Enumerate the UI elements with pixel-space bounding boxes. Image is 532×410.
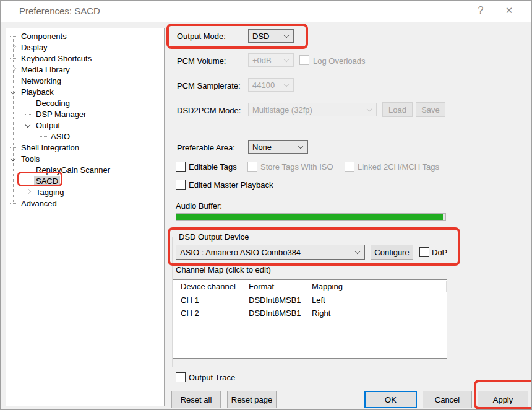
preferences-tree: Components Display Keyboard Shortcuts Me… bbox=[6, 28, 165, 406]
audio-buffer-label: Audio Buffer: bbox=[176, 201, 222, 211]
dsd-output-device-value: ASIO : Amanero ASIO Combo384 bbox=[180, 248, 301, 257]
edited-master-playback-label: Edited Master Playback bbox=[189, 180, 273, 190]
sidebar-item-playback[interactable]: Playback bbox=[6, 86, 164, 97]
sidebar-item-label: ASIO bbox=[49, 131, 72, 142]
sidebar-item-networking[interactable]: Networking bbox=[6, 75, 164, 86]
sidebar-item-label: SACD bbox=[34, 176, 60, 186]
audio-buffer-progressbar bbox=[176, 213, 446, 221]
tree-connector bbox=[9, 53, 19, 64]
sidebar-item-label: Tagging bbox=[34, 187, 66, 198]
load-button: Load bbox=[382, 102, 413, 117]
sidebar-item-label: Shell Integration bbox=[19, 142, 81, 153]
column-header[interactable]: Format bbox=[241, 281, 304, 292]
close-icon[interactable]: ✕ bbox=[496, 1, 523, 20]
output-trace-checkbox[interactable] bbox=[176, 372, 186, 382]
chevron-down-icon[interactable] bbox=[9, 153, 19, 164]
dsd-output-device-select[interactable]: ASIO : Amanero ASIO Combo384 bbox=[176, 245, 365, 260]
tree-connector bbox=[24, 164, 34, 175]
editable-tags-checkbox[interactable] bbox=[176, 162, 186, 172]
sidebar-item-keyboard-shortcuts[interactable]: Keyboard Shortcuts bbox=[6, 53, 164, 64]
tree-connector bbox=[9, 198, 19, 209]
sidebar-item-tools[interactable]: Tools bbox=[6, 153, 164, 164]
column-header[interactable]: Mapping bbox=[304, 281, 447, 292]
output-mode-select[interactable]: DSD bbox=[248, 29, 294, 43]
ok-button[interactable]: OK bbox=[364, 391, 417, 408]
tree-connector bbox=[9, 30, 19, 41]
chevron-down-icon[interactable] bbox=[9, 86, 19, 97]
edited-master-playback-checkbox[interactable] bbox=[176, 180, 186, 190]
column-header[interactable]: Device channel bbox=[173, 281, 241, 292]
chevron-right-icon[interactable] bbox=[24, 186, 34, 198]
sidebar-item-components[interactable]: Components bbox=[6, 30, 164, 41]
pcm-volume-select: +0dB bbox=[248, 53, 294, 67]
linked-tags-label: Linked 2CH/MCH Tags bbox=[358, 162, 439, 172]
dsd2pcm-mode-value: Multistage (32fp) bbox=[252, 105, 312, 115]
sidebar-item-tagging[interactable]: Tagging bbox=[6, 186, 164, 198]
editable-tags-label: Editable Tags bbox=[189, 162, 237, 172]
sidebar-item-label: Tools bbox=[19, 154, 41, 164]
chevron-right-icon[interactable] bbox=[9, 64, 19, 75]
sidebar-item-output[interactable]: Output bbox=[6, 120, 164, 131]
sidebar-item-asio[interactable]: ASIO bbox=[6, 131, 164, 142]
sidebar-item-sacd[interactable]: SACD bbox=[6, 175, 164, 186]
device-channel-cell: CH 2 bbox=[173, 308, 241, 318]
cancel-button[interactable]: Cancel bbox=[423, 391, 472, 408]
chevron-down-icon bbox=[284, 33, 289, 38]
sidebar-item-decoding[interactable]: Decoding bbox=[6, 97, 164, 108]
channel-map-table[interactable]: Device channel Format Mapping CH 1 DSDIn… bbox=[173, 279, 447, 359]
tree-connector bbox=[9, 142, 19, 153]
chevron-right-icon[interactable] bbox=[9, 41, 19, 53]
table-row[interactable]: CH 2 DSDInt8MSB1 Right bbox=[173, 307, 447, 320]
configure-button[interactable]: Configure bbox=[371, 245, 413, 260]
sidebar-item-label: Keyboard Shortcuts bbox=[19, 53, 93, 64]
tree-connector bbox=[24, 97, 34, 108]
sidebar-item-advanced[interactable]: Advanced bbox=[6, 198, 164, 209]
dsd-output-device-group-label: DSD Output Device bbox=[176, 232, 251, 242]
preferable-area-label: Preferable Area: bbox=[177, 143, 235, 152]
pcm-volume-value: +0dB bbox=[252, 56, 272, 65]
sidebar-item-label: ReplayGain Scanner bbox=[34, 165, 112, 175]
dsd2pcm-mode-select: Multistage (32fp) bbox=[248, 103, 377, 116]
mapping-cell: Right bbox=[304, 308, 447, 318]
format-cell: DSDInt8MSB1 bbox=[241, 308, 304, 318]
reset-all-button[interactable]: Reset all bbox=[171, 391, 221, 408]
sidebar-item-label: Playback bbox=[19, 87, 56, 97]
dialog-title: Preferences: SACD bbox=[19, 6, 100, 16]
sidebar-item-dsp-manager[interactable]: DSP Manager bbox=[6, 108, 164, 120]
reset-page-button[interactable]: Reset page bbox=[227, 391, 277, 408]
sidebar-item-label: Networking bbox=[19, 76, 63, 86]
chevron-down-icon bbox=[367, 107, 372, 111]
pcm-samplerate-value: 44100 bbox=[252, 81, 275, 90]
preferable-area-value: None bbox=[252, 142, 272, 152]
pcm-samplerate-label: PCM Samplerate: bbox=[177, 81, 241, 90]
table-row[interactable]: CH 1 DSDInt8MSB1 Left bbox=[173, 294, 447, 307]
pcm-volume-label: PCM Volume: bbox=[177, 56, 226, 66]
output-mode-label: Output Mode: bbox=[177, 32, 226, 41]
sidebar-item-label: Display bbox=[19, 42, 49, 53]
tree-connector bbox=[24, 108, 34, 120]
sidebar-item-display[interactable]: Display bbox=[6, 41, 164, 53]
chevron-down-icon bbox=[284, 57, 289, 62]
sidebar-item-label: Decoding bbox=[34, 98, 72, 108]
output-mode-value: DSD bbox=[252, 32, 269, 41]
device-channel-cell: CH 1 bbox=[173, 295, 241, 305]
apply-button[interactable]: Apply bbox=[478, 391, 528, 408]
chevron-down-icon[interactable] bbox=[24, 120, 34, 131]
preferable-area-select[interactable]: None bbox=[248, 140, 308, 154]
sidebar-item-label: Components bbox=[19, 31, 69, 41]
channel-map-header: Device channel Format Mapping bbox=[173, 280, 447, 294]
sidebar-item-media-library[interactable]: Media Library bbox=[6, 64, 164, 75]
log-overloads-checkbox bbox=[299, 55, 309, 65]
sidebar-item-shell-integration[interactable]: Shell Integration bbox=[6, 142, 164, 153]
audio-buffer-fill bbox=[176, 214, 443, 220]
dop-checkbox[interactable] bbox=[419, 247, 429, 257]
help-icon[interactable]: ? bbox=[467, 1, 494, 20]
sidebar-item-label: Media Library bbox=[19, 64, 72, 75]
title-bar: Preferences: SACD ? ✕ bbox=[1, 1, 531, 22]
log-overloads-label: Log Overloads bbox=[313, 56, 366, 66]
sidebar-item-label: Output bbox=[34, 120, 62, 131]
chevron-down-icon bbox=[355, 249, 360, 254]
sidebar-item-replaygain-scanner[interactable]: ReplayGain Scanner bbox=[6, 164, 164, 175]
chevron-down-icon bbox=[284, 82, 289, 87]
linked-tags-checkbox bbox=[345, 162, 354, 172]
